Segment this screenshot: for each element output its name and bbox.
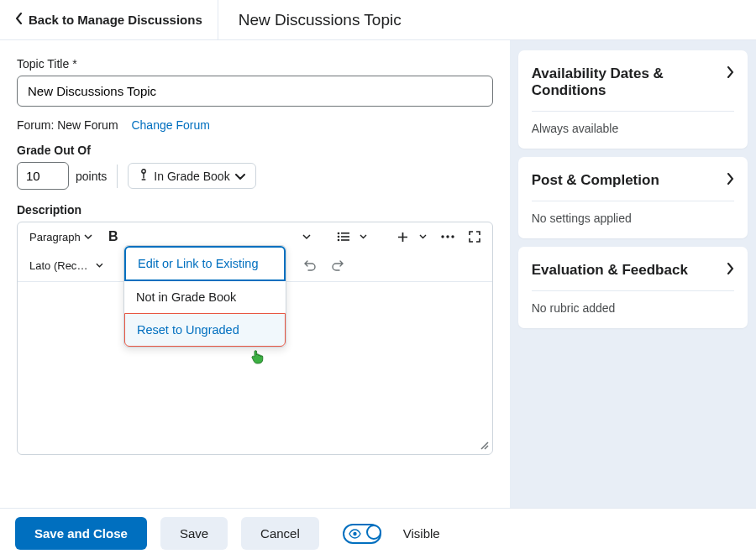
gradebook-menu: Edit or Link to Existing Not in Grade Bo… (123, 245, 286, 347)
svg-point-7 (441, 235, 444, 238)
main-column: Topic Title * Forum: New Forum Change Fo… (0, 40, 510, 508)
panel-availability-title: Availability Dates & Conditions (532, 65, 727, 99)
grade-row: points In Grade Book (17, 162, 493, 190)
chevron-right-icon (727, 262, 734, 279)
paragraph-select[interactable]: Paragraph (24, 227, 97, 247)
panel-post-sub: No settings applied (532, 212, 734, 225)
panel-availability: Availability Dates & Conditions Always a… (518, 50, 748, 149)
menu-item-not-in-gradebook[interactable]: Not in Grade Book (124, 281, 286, 313)
insert-button[interactable] (392, 226, 414, 248)
svg-point-9 (451, 235, 454, 238)
footer: Save and Close Save Cancel Visible (0, 508, 756, 558)
panel-availability-header[interactable]: Availability Dates & Conditions (532, 65, 734, 99)
panel-post-header[interactable]: Post & Completion (532, 172, 734, 189)
description-label: Description (17, 203, 493, 217)
forum-prefix: Forum: New Forum (17, 118, 118, 132)
paragraph-select-label: Paragraph (29, 231, 81, 243)
more-button[interactable] (437, 226, 459, 248)
chevron-down-icon (360, 234, 367, 239)
gradebook-dropdown[interactable]: In Grade Book (128, 163, 255, 189)
font-select[interactable]: Lato (Recom... (24, 256, 108, 275)
undo-button[interactable] (299, 254, 321, 276)
svg-point-5 (338, 239, 340, 242)
page-title: New Discussions Topic (218, 11, 402, 29)
back-label: Back to Manage Discussions (29, 13, 202, 27)
side-column: Availability Dates & Conditions Always a… (510, 40, 756, 508)
back-button[interactable]: Back to Manage Discussions (0, 0, 218, 39)
divider (532, 111, 734, 112)
chevron-right-icon (727, 172, 734, 189)
topic-title-label: Topic Title * (17, 57, 493, 71)
redo-button[interactable] (326, 254, 348, 276)
svg-point-3 (338, 236, 340, 238)
fullscreen-button[interactable] (464, 226, 486, 248)
cancel-button[interactable]: Cancel (241, 517, 319, 550)
chevron-right-icon (727, 65, 734, 82)
resize-handle-icon[interactable] (479, 439, 489, 452)
gradebook-dropdown-label: In Grade Book (154, 170, 229, 183)
panel-post-completion: Post & Completion No settings applied (518, 157, 748, 238)
chevron-down-icon (235, 170, 245, 183)
gradebook-icon (139, 169, 149, 183)
menu-item-reset-ungraded[interactable]: Reset to Ungraded (124, 313, 286, 347)
panel-eval-title: Evaluation & Feedback (532, 262, 688, 279)
toggle-knob (366, 525, 381, 540)
divider (532, 201, 734, 201)
panel-availability-sub: Always available (532, 122, 734, 135)
divider (117, 165, 118, 188)
svg-point-8 (446, 235, 449, 238)
list-button[interactable] (333, 226, 354, 248)
chevron-down-icon (419, 234, 427, 239)
save-button[interactable]: Save (160, 517, 228, 550)
topic-title-input[interactable] (17, 76, 493, 107)
chevron-down-icon (302, 234, 311, 240)
eye-icon (349, 528, 361, 542)
save-and-close-button[interactable]: Save and Close (15, 517, 147, 550)
chevron-left-icon (15, 13, 24, 27)
svg-point-10 (353, 531, 356, 535)
grade-input[interactable] (17, 162, 69, 190)
svg-point-1 (338, 232, 340, 235)
panel-eval-sub: No rubric added (532, 301, 734, 315)
font-select-label: Lato (Recom... (29, 259, 92, 272)
cursor-hand-icon (250, 349, 264, 367)
panel-post-title: Post & Completion (532, 172, 659, 189)
change-forum-link[interactable]: Change Forum (131, 118, 209, 132)
page-header: Back to Manage Discussions New Discussio… (0, 0, 756, 40)
svg-rect-4 (341, 236, 349, 238)
panel-evaluation: Evaluation & Feedback No rubric added (518, 247, 748, 328)
svg-rect-2 (341, 232, 349, 234)
bold-button[interactable]: B (102, 226, 124, 248)
body-wrap: Topic Title * Forum: New Forum Change Fo… (0, 40, 756, 508)
grade-label: Grade Out Of (17, 144, 493, 157)
svg-rect-6 (341, 239, 349, 241)
panel-eval-header[interactable]: Evaluation & Feedback (532, 262, 734, 279)
divider (532, 290, 734, 291)
menu-item-edit-link[interactable]: Edit or Link to Existing (124, 246, 286, 281)
points-label: points (76, 170, 107, 183)
visibility-toggle[interactable] (343, 524, 381, 544)
visibility-label: Visible (403, 526, 440, 541)
forum-row: Forum: New Forum Change Forum (17, 118, 493, 132)
